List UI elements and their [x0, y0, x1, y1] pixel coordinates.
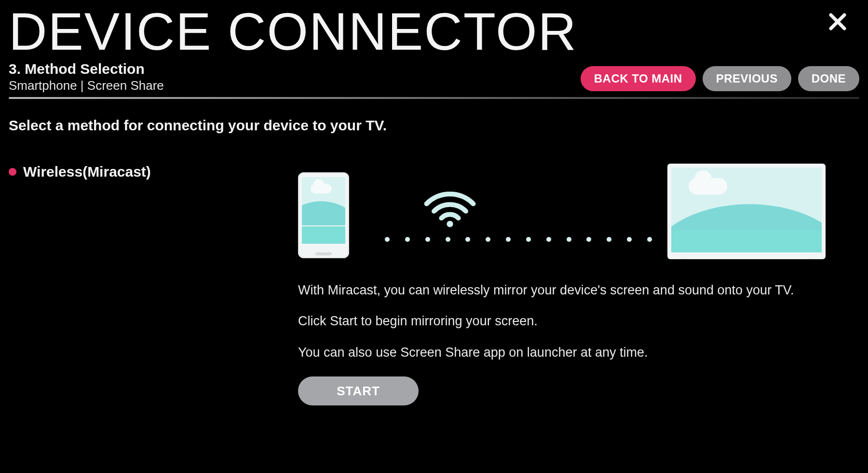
connection-dots-icon	[385, 237, 652, 242]
app-title: DEVICE CONNECTOR	[9, 5, 859, 58]
phone-icon	[298, 172, 349, 258]
body-row: Wireless(Miracast)	[9, 164, 859, 405]
done-button[interactable]: DONE	[798, 66, 859, 91]
tv-icon	[667, 164, 826, 259]
prompt-text: Select a method for connecting your devi…	[9, 117, 859, 134]
subheader-left: 3. Method Selection Smartphone | Screen …	[9, 61, 571, 93]
method-options-list: Wireless(Miracast)	[9, 164, 288, 180]
description-line: You can also use Screen Share app on lau…	[298, 344, 826, 361]
step-title: 3. Method Selection	[9, 61, 571, 77]
header-divider	[9, 97, 859, 99]
previous-button[interactable]: PREVIOUS	[703, 66, 791, 91]
description-line: Click Start to begin mirroring your scre…	[298, 312, 826, 330]
start-button[interactable]: START	[298, 376, 419, 405]
nav-buttons: BACK TO MAIN PREVIOUS DONE	[581, 66, 859, 93]
miracast-illustration	[298, 164, 826, 265]
close-icon	[827, 12, 848, 32]
close-button[interactable]	[827, 12, 848, 32]
method-description: With Miracast, you can wirelessly mirror…	[298, 281, 826, 361]
option-label: Wireless(Miracast)	[23, 164, 151, 180]
option-wireless-miracast[interactable]: Wireless(Miracast)	[9, 164, 288, 180]
method-detail-panel: With Miracast, you can wirelessly mirror…	[288, 164, 859, 405]
device-connector-screen: DEVICE CONNECTOR 3. Method Selection Sma…	[0, 0, 868, 473]
back-to-main-button[interactable]: BACK TO MAIN	[581, 66, 696, 91]
breadcrumb: Smartphone | Screen Share	[9, 78, 571, 93]
wifi-icon	[423, 189, 476, 227]
radio-selected-icon	[9, 168, 16, 176]
subheader-row: 3. Method Selection Smartphone | Screen …	[9, 61, 859, 93]
description-line: With Miracast, you can wirelessly mirror…	[298, 281, 826, 299]
svg-point-0	[447, 221, 453, 227]
